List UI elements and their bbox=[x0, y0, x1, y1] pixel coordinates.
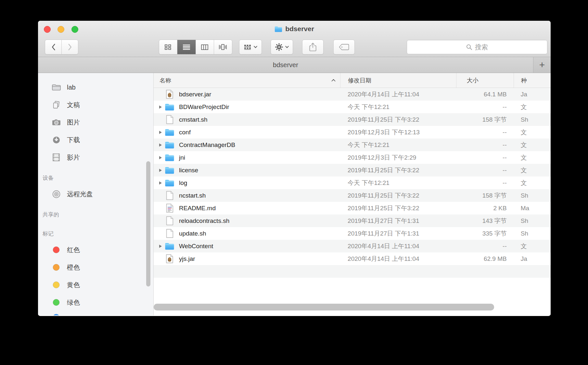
table-row[interactable]: cmstart.sh 2019年11月25日 下午3:22 158 字节 Sh bbox=[154, 113, 551, 126]
horizontal-scrollbar[interactable] bbox=[154, 304, 494, 310]
forward-button[interactable] bbox=[61, 40, 78, 54]
file-name: license bbox=[179, 167, 198, 174]
tab-bdserver[interactable]: bdserver bbox=[38, 57, 533, 73]
search-input[interactable]: 搜索 bbox=[407, 40, 547, 54]
file-size: -- bbox=[456, 151, 513, 164]
disc-icon bbox=[52, 190, 61, 198]
column-view-button[interactable] bbox=[196, 40, 214, 54]
disclosure-triangle-icon[interactable] bbox=[158, 131, 163, 134]
folder-icon bbox=[164, 128, 175, 136]
file-kind: Ja bbox=[514, 252, 551, 265]
file-date: 2019年11月25日 下午3:22 bbox=[340, 113, 456, 126]
column-header-name[interactable]: 名称 bbox=[154, 73, 340, 88]
coverflow-view-icon bbox=[219, 44, 227, 50]
file-kind: Sh bbox=[514, 113, 551, 126]
file-kind: Sh bbox=[514, 227, 551, 240]
action-menu-button[interactable] bbox=[271, 40, 293, 55]
coverflow-view-button[interactable] bbox=[214, 40, 232, 54]
sidebar-item-label: 文稿 bbox=[67, 101, 80, 109]
sidebar-item-影片[interactable]: 影片 bbox=[38, 149, 153, 166]
new-tab-button[interactable]: + bbox=[533, 57, 551, 73]
jar-icon bbox=[164, 254, 175, 263]
column-header-date[interactable]: 修改日期 bbox=[340, 73, 456, 88]
disclosure-triangle-icon[interactable] bbox=[158, 181, 163, 185]
file-name: WebContent bbox=[179, 243, 213, 250]
file-name: cmstart.sh bbox=[179, 116, 208, 123]
table-row[interactable]: BDWareProjectDir 今天 下午12:21 -- 文 bbox=[154, 101, 551, 113]
list-view-button[interactable] bbox=[177, 40, 195, 54]
share-icon bbox=[309, 43, 317, 52]
file-name: README.md bbox=[179, 205, 216, 212]
column-header-size[interactable]: 大小 bbox=[456, 73, 514, 88]
icon-view-icon bbox=[165, 44, 172, 50]
sidebar-item-远程光盘[interactable]: 远程光盘 bbox=[38, 185, 153, 203]
search-icon bbox=[466, 44, 472, 50]
file-size: -- bbox=[456, 176, 513, 189]
sidebar-scrollbar[interactable] bbox=[146, 161, 150, 286]
plus-icon: + bbox=[539, 59, 545, 70]
tag-circle-icon bbox=[52, 246, 61, 253]
file-kind: 文 bbox=[514, 164, 551, 176]
file-date: 2019年11月27日 下午1:31 bbox=[340, 214, 456, 227]
file-size: 158 字节 bbox=[456, 189, 513, 202]
file-size: 2 KB bbox=[456, 202, 513, 214]
back-button[interactable] bbox=[45, 40, 61, 54]
disclosure-triangle-icon[interactable] bbox=[158, 169, 163, 172]
tag-circle-icon bbox=[52, 299, 61, 306]
sidebar-item-黄色[interactable]: 黄色 bbox=[38, 276, 153, 294]
table-row[interactable]: license 2019年11月25日 下午3:22 -- 文 bbox=[154, 164, 551, 176]
folder-icon bbox=[164, 242, 175, 250]
file-name: BDWareProjectDir bbox=[179, 103, 229, 111]
disclosure-triangle-icon[interactable] bbox=[158, 156, 163, 159]
disclosure-triangle-icon[interactable] bbox=[158, 245, 163, 248]
jar-icon bbox=[164, 90, 175, 99]
sidebar-item-下载[interactable]: 下载 bbox=[38, 131, 153, 149]
table-row[interactable]: yjs.jar 2020年4月14日 上午11:04 62.9 MB Ja bbox=[154, 252, 551, 265]
sidebar-item-label: 橙色 bbox=[67, 263, 80, 272]
table-row[interactable]: log 今天 下午12:21 -- 文 bbox=[154, 176, 551, 189]
view-switcher bbox=[159, 40, 232, 55]
disclosure-triangle-icon[interactable] bbox=[158, 105, 163, 109]
finder-window: bdserver bbox=[38, 21, 551, 316]
sidebar-item-图片[interactable]: 图片 bbox=[38, 114, 153, 131]
arrange-icon bbox=[244, 44, 251, 50]
tag-button[interactable] bbox=[333, 40, 355, 55]
share-button[interactable] bbox=[302, 40, 324, 55]
tag-circle-icon bbox=[52, 314, 61, 315]
tag-circle-icon bbox=[52, 281, 61, 288]
file-size: -- bbox=[456, 240, 513, 252]
file-date: 2019年12月3日 下午2:29 bbox=[340, 151, 456, 164]
icon-view-button[interactable] bbox=[159, 40, 177, 54]
sidebar-item-tag[interactable] bbox=[38, 309, 153, 315]
sidebar-item-红色[interactable]: 红色 bbox=[38, 241, 153, 259]
doc-icon bbox=[164, 191, 175, 200]
table-row[interactable]: update.sh 2019年11月27日 下午1:31 335 字节 Sh bbox=[154, 227, 551, 240]
file-date: 2020年4月14日 上午11:04 bbox=[340, 88, 456, 101]
table-row[interactable]: README.md 2019年11月25日 下午3:22 2 KB Ma bbox=[154, 202, 551, 214]
folder-icon bbox=[164, 179, 175, 187]
table-row[interactable]: reloadcontracts.sh 2019年11月27日 下午1:31 14… bbox=[154, 214, 551, 227]
file-kind: Ja bbox=[514, 88, 551, 101]
tab-bar: bdserver + bbox=[38, 57, 551, 73]
sidebar-item-文稿[interactable]: 文稿 bbox=[38, 96, 153, 114]
empty-stripe bbox=[154, 265, 551, 278]
table-row[interactable]: jni 2019年12月3日 下午2:29 -- 文 bbox=[154, 151, 551, 164]
table-row[interactable]: bdserver.jar 2020年4月14日 上午11:04 64.1 MB … bbox=[154, 88, 551, 101]
file-date: 今天 下午12:21 bbox=[340, 101, 456, 113]
disclosure-triangle-icon[interactable] bbox=[158, 143, 163, 147]
doc-icon bbox=[164, 216, 175, 225]
file-size: 143 字节 bbox=[456, 214, 513, 227]
file-name: ContractManagerDB bbox=[179, 141, 235, 149]
arrange-button[interactable] bbox=[239, 40, 262, 55]
table-row[interactable]: WebContent 2020年4月14日 上午11:04 -- 文 bbox=[154, 240, 551, 252]
file-size: -- bbox=[456, 164, 513, 176]
tag-icon bbox=[339, 44, 349, 50]
table-row[interactable]: ncstart.sh 2019年11月25日 下午3:22 158 字节 Sh bbox=[154, 189, 551, 202]
column-header-kind[interactable]: 种 bbox=[514, 73, 551, 88]
file-kind: 文 bbox=[514, 151, 551, 164]
table-row[interactable]: conf 2019年12月3日 下午12:13 -- 文 bbox=[154, 126, 551, 139]
table-row[interactable]: ContractManagerDB 今天 下午12:21 -- 文 bbox=[154, 139, 551, 151]
sidebar-item-橙色[interactable]: 橙色 bbox=[38, 259, 153, 276]
download-icon bbox=[52, 136, 61, 144]
sidebar-item-lab[interactable]: lab bbox=[38, 79, 153, 96]
